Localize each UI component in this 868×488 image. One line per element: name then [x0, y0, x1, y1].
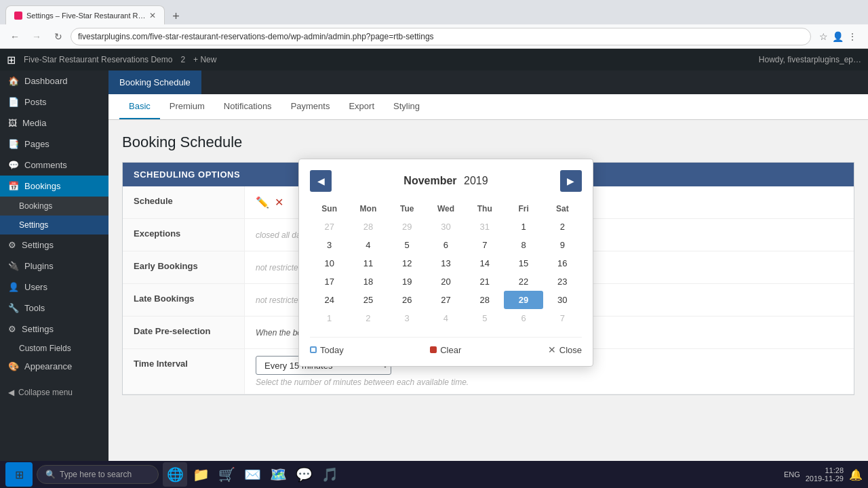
taskbar-maps-icon[interactable]: 🗺️: [266, 462, 290, 487]
taskbar-search[interactable]: 🔍 Type here to search: [37, 465, 159, 484]
sub-menu-item-settings-bookings[interactable]: Settings: [0, 216, 108, 235]
cal-day[interactable]: 19: [388, 272, 427, 291]
forward-button[interactable]: →: [27, 27, 46, 46]
edit-schedule-icon[interactable]: ✏️: [256, 196, 269, 209]
cal-day[interactable]: 8: [504, 236, 542, 254]
cal-day[interactable]: 14: [465, 254, 504, 272]
cal-day[interactable]: 15: [504, 254, 542, 272]
sidebar-item-pages[interactable]: 📑 Pages: [0, 134, 108, 155]
wp-logo[interactable]: ⊞: [7, 54, 16, 66]
exceptions-label: Exceptions: [123, 219, 245, 251]
custom-fields-item[interactable]: Custom Fields: [0, 340, 108, 357]
refresh-button[interactable]: ↻: [49, 27, 68, 46]
cal-day[interactable]: 10: [310, 254, 349, 272]
back-button[interactable]: ←: [5, 27, 24, 46]
cal-day[interactable]: 16: [543, 254, 582, 272]
cal-day[interactable]: 1: [310, 309, 349, 327]
new-item-button[interactable]: + New: [193, 55, 216, 64]
sidebar-item-settings2[interactable]: ⚙ Settings: [0, 319, 108, 340]
sidebar-item-settings[interactable]: ⚙ Settings: [0, 235, 108, 256]
address-bar[interactable]: fivestarplugins.com/five-star-restaurant…: [71, 28, 811, 45]
tab-basic[interactable]: Basic: [119, 94, 160, 119]
calendar-clear-button[interactable]: Clear: [430, 345, 461, 355]
cal-day[interactable]: 18: [349, 272, 387, 291]
cal-day[interactable]: 7: [543, 309, 582, 327]
cal-day[interactable]: 31: [465, 218, 504, 236]
cal-day[interactable]: 3: [388, 309, 427, 327]
cal-day[interactable]: 13: [427, 254, 465, 272]
taskbar-mail-icon[interactable]: ✉️: [240, 462, 264, 487]
cal-day[interactable]: 29: [388, 218, 427, 236]
cal-day[interactable]: 6: [504, 309, 542, 327]
cal-day[interactable]: 27: [427, 291, 465, 309]
cal-day[interactable]: 30: [543, 291, 582, 309]
cal-day[interactable]: 17: [310, 272, 349, 291]
taskbar-explorer-icon[interactable]: 📁: [189, 462, 213, 487]
cal-day[interactable]: 24: [310, 291, 349, 309]
appearance-item[interactable]: 🎨 Appearance: [0, 357, 108, 375]
sub-menu-item-bookings[interactable]: Bookings: [0, 197, 108, 216]
cal-day[interactable]: 4: [349, 236, 387, 254]
cal-day[interactable]: 7: [465, 236, 504, 254]
sidebar-item-dashboard[interactable]: 🏠 Dashboard: [0, 70, 108, 92]
sidebar-item-users[interactable]: 👤 Users: [0, 277, 108, 298]
collapse-menu-button[interactable]: ◀ Collapse menu: [0, 381, 108, 404]
taskbar-music-icon[interactable]: 🎵: [317, 462, 342, 487]
updates-badge[interactable]: 2: [180, 55, 185, 64]
sidebar-item-plugins[interactable]: 🔌 Plugins: [0, 256, 108, 277]
sidebar-item-bookings[interactable]: 📅 Bookings: [0, 176, 108, 197]
cal-day[interactable]: 27: [310, 218, 349, 236]
sidebar-item-media[interactable]: 🖼 Media: [0, 113, 108, 134]
profile-icon[interactable]: 👤: [832, 31, 844, 42]
cal-day[interactable]: 23: [543, 272, 582, 291]
cal-day[interactable]: 26: [388, 291, 427, 309]
calendar-next-button[interactable]: ▶: [560, 170, 582, 192]
tab-payments[interactable]: Payments: [281, 94, 340, 119]
sidebar-item-comments[interactable]: 💬 Comments: [0, 155, 108, 176]
cal-day[interactable]: 21: [465, 272, 504, 291]
taskbar-store-icon[interactable]: 🛒: [214, 462, 239, 487]
sidebar-label-media: Media: [22, 118, 46, 128]
browser-tab[interactable]: Settings – Five-Star Restaurant R… ✕: [5, 5, 165, 24]
cal-day[interactable]: 9: [543, 236, 582, 254]
taskbar-chat-icon[interactable]: 💬: [292, 462, 316, 487]
taskbar-browser-icon[interactable]: 🌐: [163, 462, 187, 487]
cal-day[interactable]: 12: [388, 254, 427, 272]
language-indicator[interactable]: ENG: [784, 470, 800, 479]
tab-notifications[interactable]: Notifications: [214, 94, 281, 119]
sidebar-item-posts[interactable]: 📄 Posts: [0, 92, 108, 113]
cal-day[interactable]: 28: [349, 218, 387, 236]
cal-day[interactable]: 20: [427, 272, 465, 291]
cal-day[interactable]: 5: [388, 236, 427, 254]
menu-icon[interactable]: ⋮: [848, 31, 857, 42]
notifications-icon[interactable]: 🔔: [849, 468, 863, 481]
cal-day[interactable]: 11: [349, 254, 387, 272]
site-name-bar[interactable]: Five-Star Restaurant Reservations Demo: [24, 55, 172, 64]
cal-day[interactable]: 4: [427, 309, 465, 327]
tab-styling[interactable]: Styling: [384, 94, 429, 119]
cal-day[interactable]: 5: [465, 309, 504, 327]
cal-day[interactable]: 30: [427, 218, 465, 236]
calendar-close-button[interactable]: ✕ Close: [548, 344, 582, 355]
cal-day[interactable]: 3: [310, 236, 349, 254]
new-tab-button[interactable]: +: [166, 8, 185, 24]
bookmark-icon[interactable]: ☆: [819, 31, 828, 42]
calendar-prev-button[interactable]: ◀: [310, 170, 332, 192]
cal-day-selected[interactable]: 29: [504, 291, 542, 309]
delete-schedule-icon[interactable]: ✕: [275, 196, 283, 209]
cal-day[interactable]: 2: [543, 218, 582, 236]
cal-day[interactable]: 6: [427, 236, 465, 254]
calendar-today-button[interactable]: Today: [310, 345, 344, 355]
cal-day[interactable]: 1: [504, 218, 542, 236]
tab-premium[interactable]: Premium: [160, 94, 214, 119]
tab-export[interactable]: Export: [339, 94, 384, 119]
sidebar-label-tools: Tools: [24, 303, 45, 313]
sidebar-item-tools[interactable]: 🔧 Tools: [0, 298, 108, 319]
schedule-label: Schedule: [123, 186, 245, 218]
cal-day[interactable]: 2: [349, 309, 387, 327]
cal-day[interactable]: 28: [465, 291, 504, 309]
cal-day[interactable]: 22: [504, 272, 542, 291]
tab-close-icon[interactable]: ✕: [149, 11, 156, 20]
start-button[interactable]: ⊞: [5, 462, 33, 487]
cal-day[interactable]: 25: [349, 291, 387, 309]
